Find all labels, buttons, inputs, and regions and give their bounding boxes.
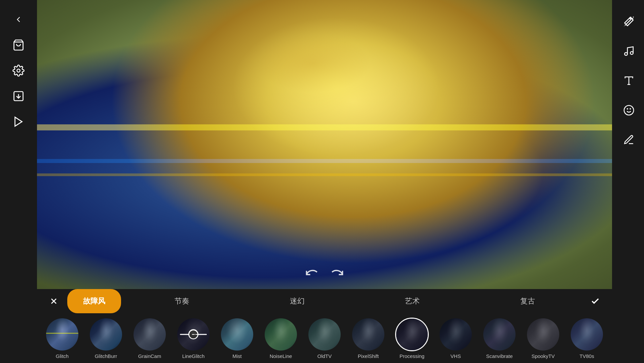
svg-point-1 xyxy=(17,69,20,72)
filter-processing-thumb xyxy=(395,318,429,351)
filter-graincam[interactable]: GrainCam xyxy=(128,318,172,359)
filter-scanvibrate[interactable]: Scanvibrate xyxy=(478,318,521,359)
redo-button[interactable] xyxy=(330,267,344,282)
filter-mist-thumb xyxy=(220,318,254,351)
tab-art[interactable]: 艺术 xyxy=(355,289,470,313)
close-button[interactable] xyxy=(44,296,64,306)
filter-glitch[interactable]: Glitch xyxy=(40,318,84,359)
play-icon[interactable] xyxy=(8,112,29,132)
filter-spookytv-label: SpookyTV xyxy=(531,353,555,359)
svg-point-13 xyxy=(624,106,634,115)
filter-graincam-label: GrainCam xyxy=(138,353,161,359)
left-sidebar xyxy=(0,0,37,363)
tab-rhythm[interactable]: 节奏 xyxy=(124,289,240,313)
filter-mist-label: Mist xyxy=(232,353,242,359)
filter-glitch-label: Glitch xyxy=(56,353,69,359)
filter-glitch-thumb xyxy=(45,318,79,351)
filter-lineglitch-label: LineGlitch xyxy=(182,353,205,359)
category-tabs: 故障风 节奏 迷幻 艺术 复古 xyxy=(37,289,612,313)
filter-pixelshift[interactable]: PixelShift xyxy=(346,318,390,359)
filter-spookytv[interactable]: SpookyTV xyxy=(521,318,565,359)
draw-icon[interactable] xyxy=(619,130,639,150)
filter-mist[interactable]: Mist xyxy=(215,318,259,359)
filter-vhs-label: VHS xyxy=(451,353,461,359)
filter-processing-label: Processing xyxy=(400,353,424,359)
magic-wand-icon[interactable] xyxy=(619,11,639,32)
bag-icon[interactable] xyxy=(8,35,29,55)
filter-noiseline-thumb xyxy=(264,318,298,351)
emoji-icon[interactable] xyxy=(619,100,639,120)
svg-point-9 xyxy=(624,52,628,55)
text-icon[interactable] xyxy=(619,71,639,91)
filter-pixelshift-label: PixelShift xyxy=(358,353,379,359)
confirm-button[interactable] xyxy=(585,296,605,306)
filter-oldtv-thumb xyxy=(308,318,341,351)
svg-marker-4 xyxy=(15,117,22,126)
filter-glitchburr[interactable]: GlitchBurr xyxy=(84,318,128,359)
tab-retro[interactable]: 复古 xyxy=(470,289,585,313)
bottom-panel: 故障风 节奏 迷幻 艺术 复古 xyxy=(37,289,612,363)
tab-glitch[interactable]: 故障风 xyxy=(67,289,121,313)
filter-noiseline-label: NoiseLine xyxy=(270,353,292,359)
svg-point-10 xyxy=(630,51,633,54)
filter-spookytv-thumb xyxy=(526,318,560,351)
filter-oldtv-label: OldTV xyxy=(317,353,332,359)
filter-oldtv[interactable]: OldTV xyxy=(303,318,346,359)
filter-glitchburr-label: GlitchBurr xyxy=(95,353,117,359)
filter-graincam-thumb xyxy=(133,318,166,351)
settings-icon[interactable] xyxy=(8,61,29,81)
filter-processing[interactable]: Processing xyxy=(390,318,434,359)
right-sidebar xyxy=(612,0,644,363)
filter-tv80s-label: TV80s xyxy=(579,353,594,359)
back-button[interactable] xyxy=(8,9,29,30)
tab-fantasy[interactable]: 迷幻 xyxy=(240,289,355,313)
music-icon[interactable] xyxy=(619,41,639,61)
canvas-image xyxy=(37,0,612,289)
download-icon[interactable] xyxy=(8,86,29,106)
canvas-area xyxy=(37,0,612,289)
filter-lineglitch-thumb xyxy=(177,318,210,351)
canvas-controls xyxy=(305,267,344,282)
filter-pixelshift-thumb xyxy=(351,318,385,351)
filter-tv80s-thumb xyxy=(570,318,604,351)
filter-noiseline[interactable]: NoiseLine xyxy=(259,318,303,359)
filter-strip: Glitch GlitchBurr xyxy=(37,313,612,363)
filter-scanvibrate-label: Scanvibrate xyxy=(486,353,513,359)
filter-scanvibrate-thumb xyxy=(483,318,516,351)
undo-button[interactable] xyxy=(305,267,319,282)
filter-vhs[interactable]: VHS xyxy=(434,318,478,359)
filter-tv80s[interactable]: TV80s xyxy=(565,318,609,359)
filter-glitchburr-thumb xyxy=(89,318,123,351)
filter-vhs-thumb xyxy=(439,318,472,351)
filter-lineglitch[interactable]: LineGlitch xyxy=(172,318,215,359)
